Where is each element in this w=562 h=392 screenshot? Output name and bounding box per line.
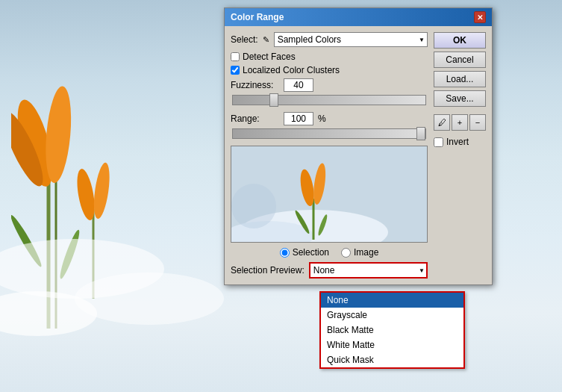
eyedropper-add-icon: + — [458, 118, 462, 127]
dialog-title: Color Range — [231, 12, 284, 22]
detect-faces-label: Detect Faces — [243, 52, 296, 62]
dropdown-item-grayscale[interactable]: Grayscale — [321, 308, 463, 323]
image-radio-label: Image — [354, 247, 378, 258]
color-range-dialog: Color Range ✕ Select: ✎ Sampled Colors D… — [224, 7, 493, 285]
select-dropdown[interactable]: Sampled Colors — [274, 32, 428, 47]
dropdown-item-black-matte[interactable]: Black Matte — [321, 323, 463, 337]
range-input[interactable]: 100 — [284, 112, 313, 125]
fuzziness-slider[interactable] — [232, 95, 426, 105]
close-button[interactable]: ✕ — [474, 11, 486, 23]
dropdown-item-none[interactable]: None — [321, 293, 463, 308]
image-radio-item: Image — [341, 247, 378, 258]
localized-color-clusters-row: Localized Color Clusters — [231, 65, 428, 75]
preview-svg — [231, 146, 427, 242]
invert-row: Invert — [434, 137, 486, 147]
eyedropper-tool-button[interactable]: 🖊 — [434, 114, 450, 131]
dialog-sidebar: OK Cancel Load... Save... 🖊 + − Invert — [434, 32, 486, 279]
dialog-body: Select: ✎ Sampled Colors Detect Faces Lo… — [225, 26, 492, 284]
range-slider-container — [231, 128, 428, 141]
image-radio[interactable] — [341, 248, 351, 258]
dialog-titlebar: Color Range ✕ — [225, 8, 492, 26]
cancel-button[interactable]: Cancel — [434, 52, 486, 68]
select-row: Select: ✎ Sampled Colors — [231, 32, 428, 47]
selection-radio[interactable] — [280, 248, 290, 258]
selection-radio-label: Selection — [293, 247, 329, 258]
fuzziness-slider-container — [231, 95, 428, 108]
preview-dropdown[interactable]: None Grayscale Black Matte White Matte Q… — [309, 262, 428, 279]
eyedropper-icon: ✎ — [263, 35, 269, 45]
eyedropper-subtract-icon: − — [475, 118, 480, 127]
eyedropper-tool-icon: 🖊 — [438, 118, 446, 127]
dropdown-menu-overlay: None Grayscale Black Matte White Matte Q… — [319, 291, 465, 369]
selection-preview-label: Selection Preview: — [231, 265, 305, 276]
dropdown-item-quick-mask[interactable]: Quick Mask — [321, 352, 463, 367]
dialog-main: Select: ✎ Sampled Colors Detect Faces Lo… — [231, 32, 428, 279]
svg-point-22 — [231, 184, 276, 228]
load-button[interactable]: Load... — [434, 71, 486, 87]
invert-label: Invert — [446, 137, 469, 147]
fuzziness-row: Fuzziness: 40 — [231, 78, 428, 92]
preview-dropdown-wrapper: None Grayscale Black Matte White Matte Q… — [309, 262, 428, 279]
localized-color-clusters-label: Localized Color Clusters — [243, 65, 340, 75]
range-percent: % — [318, 113, 326, 124]
fuzziness-input[interactable]: 40 — [284, 78, 313, 92]
ok-button[interactable]: OK — [434, 32, 486, 49]
svg-point-12 — [75, 273, 224, 325]
eyedropper-add-button[interactable]: + — [452, 114, 468, 131]
selection-radio-item: Selection — [280, 247, 329, 258]
snow-svg — [0, 224, 224, 392]
save-button[interactable]: Save... — [434, 90, 486, 107]
localized-color-clusters-checkbox[interactable] — [231, 66, 240, 75]
radio-row: Selection Image — [231, 247, 428, 258]
invert-checkbox[interactable] — [434, 137, 443, 147]
detect-faces-row: Detect Faces — [231, 52, 428, 62]
tools-row: 🖊 + − — [434, 114, 486, 131]
select-dropdown-wrapper: Sampled Colors — [274, 32, 428, 47]
range-slider[interactable] — [232, 128, 426, 139]
select-label: Select: — [231, 34, 258, 45]
range-row: Range: 100 % — [231, 112, 428, 125]
detect-faces-checkbox[interactable] — [231, 52, 240, 61]
dropdown-item-white-matte[interactable]: White Matte — [321, 337, 463, 352]
eyedropper-subtract-button[interactable]: − — [469, 114, 486, 131]
range-label: Range: — [231, 113, 279, 124]
preview-image — [231, 146, 428, 243]
fuzziness-label: Fuzziness: — [231, 80, 279, 90]
selection-preview-row: Selection Preview: None Grayscale Black … — [231, 262, 428, 279]
